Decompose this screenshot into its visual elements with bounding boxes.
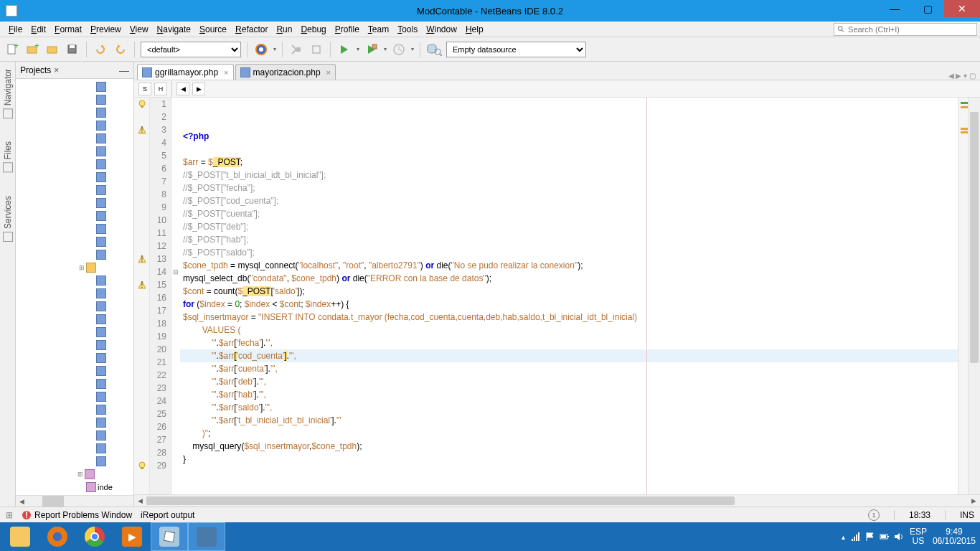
- tree-item[interactable]: [17, 313, 132, 326]
- tree-item[interactable]: [17, 171, 132, 184]
- tab-mayorizacion.php[interactable]: mayorizacion.php×: [235, 64, 336, 80]
- tab-close-icon[interactable]: ×: [326, 68, 331, 77]
- search-input[interactable]: [848, 25, 974, 34]
- menu-run[interactable]: Run: [272, 23, 296, 36]
- editor-hscroll[interactable]: ◀▶: [134, 494, 980, 507]
- fold-margin[interactable]: ⊟: [171, 98, 180, 494]
- tree-item[interactable]: [17, 184, 132, 197]
- tree-item[interactable]: [17, 222, 132, 235]
- tree-item[interactable]: [17, 119, 132, 132]
- tree-item[interactable]: [17, 132, 132, 145]
- tree-item[interactable]: [17, 390, 132, 403]
- new-project-button[interactable]: +: [24, 42, 40, 57]
- menu-view[interactable]: View: [126, 23, 153, 36]
- et-fwd[interactable]: ▶: [192, 83, 205, 95]
- flag-icon[interactable]: [865, 532, 875, 542]
- tree-item[interactable]: inde: [17, 481, 132, 494]
- tree-item[interactable]: [17, 442, 132, 455]
- tray-show-hidden[interactable]: ▴: [842, 533, 845, 541]
- menu-format[interactable]: Format: [50, 23, 86, 36]
- menu-help[interactable]: Help: [461, 23, 488, 36]
- et-back[interactable]: ◀: [176, 83, 189, 95]
- menu-file[interactable]: File: [4, 23, 27, 36]
- menu-refactor[interactable]: Refactor: [231, 23, 272, 36]
- browser-icon[interactable]: [253, 42, 269, 57]
- menu-debug[interactable]: Debug: [296, 23, 330, 36]
- project-tree[interactable]: ⊞ ⊞ inde: [16, 79, 133, 495]
- taskbar-explorer[interactable]: [1, 522, 39, 551]
- tree-item[interactable]: [17, 235, 132, 248]
- ireport-output-link[interactable]: iReport output: [141, 510, 194, 520]
- clean-build-button[interactable]: [308, 42, 324, 57]
- tree-item[interactable]: [17, 364, 132, 377]
- editor-vscroll[interactable]: [968, 98, 980, 494]
- tab-ggrillamayor.php[interactable]: ggrillamayor.php×: [137, 64, 234, 80]
- menu-window[interactable]: Window: [422, 23, 461, 36]
- menu-preview[interactable]: Preview: [86, 23, 126, 36]
- maximize-button[interactable]: ▢: [911, 0, 944, 17]
- tree-item[interactable]: [17, 326, 132, 339]
- wifi-icon[interactable]: [851, 532, 861, 542]
- expand-icon[interactable]: ⊞: [6, 510, 13, 520]
- new-file-button[interactable]: +: [4, 42, 20, 57]
- profile-button[interactable]: [391, 42, 407, 57]
- menu-source[interactable]: Source: [195, 23, 231, 36]
- build-button[interactable]: [288, 42, 304, 57]
- tree-item[interactable]: [17, 455, 132, 468]
- open-button[interactable]: [44, 42, 60, 57]
- search-box[interactable]: [834, 23, 977, 36]
- tree-item[interactable]: [17, 403, 132, 416]
- debug-button[interactable]: [364, 42, 380, 57]
- datasource-combo[interactable]: Empty datasource: [446, 42, 586, 57]
- rail-navigator[interactable]: Navigator: [3, 65, 13, 123]
- tree-item[interactable]: [17, 248, 132, 261]
- tree-item[interactable]: [17, 93, 132, 106]
- taskbar-netbeans[interactable]: [151, 522, 188, 551]
- tree-item[interactable]: [17, 429, 132, 442]
- menu-team[interactable]: Team: [364, 23, 393, 36]
- tree-item[interactable]: [17, 352, 132, 364]
- menu-edit[interactable]: Edit: [27, 23, 50, 36]
- projects-close-button[interactable]: ×: [54, 65, 59, 75]
- tree-item[interactable]: [17, 197, 132, 209]
- close-button[interactable]: ✕: [944, 0, 980, 17]
- taskbar-chrome[interactable]: [76, 522, 113, 551]
- tree-item[interactable]: [17, 416, 132, 429]
- taskbar-app[interactable]: [188, 522, 225, 551]
- menu-profile[interactable]: Profile: [331, 23, 364, 36]
- notifications-badge[interactable]: 1: [868, 509, 880, 521]
- volume-icon[interactable]: [894, 532, 904, 542]
- code-editor[interactable]: <?php$arr = $_POST;//$_POST["t_bl_inicia…: [180, 98, 958, 494]
- menu-navigate[interactable]: Navigate: [153, 23, 195, 36]
- tree-hscroll[interactable]: ◀: [16, 495, 133, 507]
- tab-close-icon[interactable]: ×: [224, 68, 228, 77]
- save-all-button[interactable]: [65, 42, 80, 57]
- tree-item[interactable]: [17, 287, 132, 300]
- run-button[interactable]: [336, 42, 352, 57]
- datasource-icon[interactable]: [426, 42, 442, 57]
- et-source[interactable]: S: [138, 83, 151, 95]
- minimize-button[interactable]: —: [878, 0, 911, 17]
- tree-item[interactable]: [17, 106, 132, 119]
- report-problems-link[interactable]: ! Report Problems Window: [22, 510, 132, 520]
- rail-services[interactable]: Services: [3, 192, 13, 246]
- battery-icon[interactable]: [880, 532, 890, 542]
- overview-ruler[interactable]: [958, 98, 968, 494]
- taskbar-firefox[interactable]: [39, 522, 76, 551]
- tree-item[interactable]: ⊞: [17, 261, 132, 274]
- tray-clock[interactable]: 9:4906/10/2015: [933, 527, 976, 546]
- taskbar-media[interactable]: ▶: [113, 522, 151, 551]
- tree-item[interactable]: [17, 145, 132, 158]
- tree-item[interactable]: [17, 274, 132, 287]
- tree-item[interactable]: ⊞: [17, 468, 132, 481]
- tree-item[interactable]: [17, 80, 132, 93]
- tree-item[interactable]: [17, 158, 132, 171]
- tray-lang[interactable]: ESPUS: [910, 527, 927, 546]
- rail-files[interactable]: Files: [3, 137, 13, 176]
- et-history[interactable]: H: [154, 83, 167, 95]
- redo-button[interactable]: [113, 42, 128, 57]
- tree-item[interactable]: [17, 339, 132, 352]
- undo-button[interactable]: [93, 42, 108, 57]
- tree-item[interactable]: [17, 377, 132, 390]
- tree-item[interactable]: [17, 300, 132, 313]
